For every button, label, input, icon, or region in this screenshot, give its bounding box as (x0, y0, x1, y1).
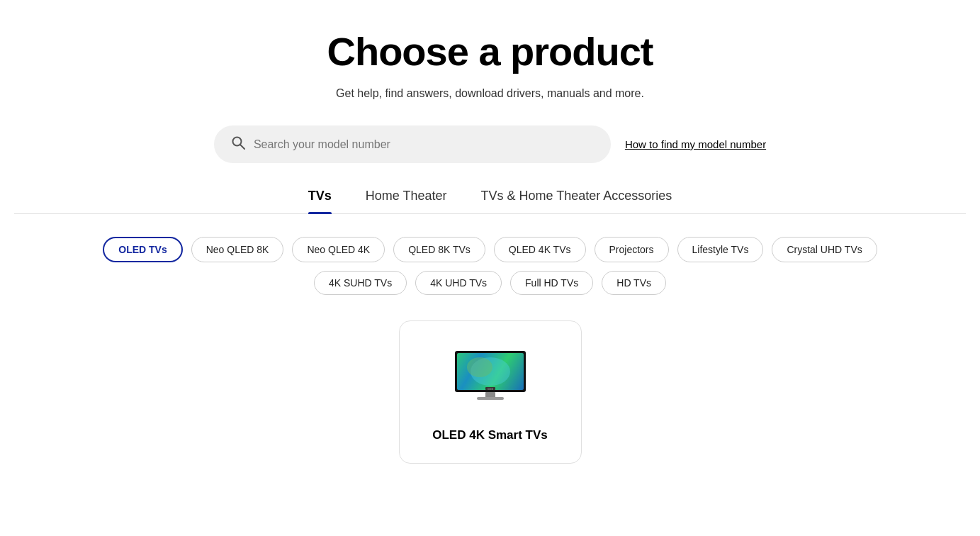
svg-line-1 (240, 145, 244, 149)
tab-accessories[interactable]: TVs & Home Theater Accessories (480, 189, 672, 213)
filter-chip-4k-suhd-tvs[interactable]: 4K SUHD TVs (314, 271, 407, 295)
search-input[interactable] (254, 138, 594, 151)
filter-chip-lifestyle-tvs[interactable]: Lifestyle TVs (677, 237, 764, 262)
filter-chip-oled-tvs[interactable]: OLED TVs (103, 237, 182, 262)
search-row: How to find my model number (14, 125, 966, 163)
filter-chip-crystal-uhd-tvs[interactable]: Crystal UHD TVs (772, 237, 877, 262)
filter-chip-projectors[interactable]: Projectors (595, 237, 669, 262)
tab-tvs[interactable]: TVs (308, 189, 332, 213)
filter-chip-neo-qled-8k[interactable]: Neo QLED 8K (191, 237, 284, 262)
page-wrapper: Choose a product Get help, find answers,… (0, 0, 980, 492)
product-grid: OLED OLED 4K Smart TVs (14, 320, 966, 464)
tv-illustration: OLED (451, 347, 529, 404)
tab-home-theater[interactable]: Home Theater (366, 189, 447, 213)
svg-text:OLED: OLED (487, 388, 493, 391)
product-image-area: OLED (448, 344, 533, 408)
model-help-link[interactable]: How to find my model number (625, 138, 766, 150)
search-box (214, 125, 611, 163)
filter-chip-hd-tvs[interactable]: HD TVs (602, 271, 666, 295)
filter-row-2: 4K SUHD TVs 4K UHD TVs Full HD TVs HD TV… (14, 271, 966, 295)
product-card-title: OLED 4K Smart TVs (432, 428, 548, 443)
svg-point-5 (467, 357, 492, 377)
tabs-row: TVs Home Theater TVs & Home Theater Acce… (14, 189, 966, 214)
svg-rect-6 (485, 392, 495, 398)
svg-rect-7 (477, 397, 504, 400)
search-icon (231, 135, 245, 153)
filter-chip-qled-4k-tvs[interactable]: QLED 4K TVs (494, 237, 586, 262)
filter-chip-neo-qled-4k[interactable]: Neo QLED 4K (292, 237, 385, 262)
product-card-oled-4k-smart[interactable]: OLED OLED 4K Smart TVs (399, 320, 582, 464)
filter-chip-qled-8k-tvs[interactable]: QLED 8K TVs (393, 237, 485, 262)
page-subtitle: Get help, find answers, download drivers… (14, 87, 966, 100)
filter-row-1: OLED TVs Neo QLED 8K Neo QLED 4K QLED 8K… (14, 237, 966, 262)
page-title: Choose a product (14, 28, 966, 74)
filter-chip-4k-uhd-tvs[interactable]: 4K UHD TVs (415, 271, 502, 295)
filter-chip-full-hd-tvs[interactable]: Full HD TVs (510, 271, 593, 295)
